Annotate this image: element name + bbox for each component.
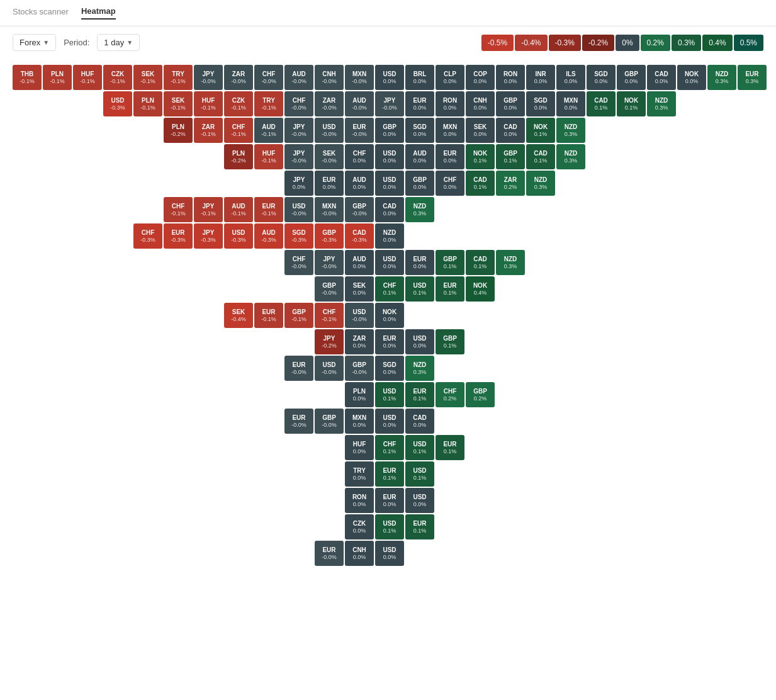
cell-usd-r10[interactable]: USD-0.0% [345, 303, 374, 328]
cell-czk-r18[interactable]: CZK0.0% [345, 514, 374, 539]
cell-ils[interactable]: ILS0.0% [556, 65, 585, 90]
cell-eur-r3[interactable]: EUR-0.0% [345, 118, 374, 143]
cell-nzd-r8[interactable]: NZD0.3% [496, 250, 525, 275]
cell-usd[interactable]: USD0.0% [375, 65, 404, 90]
cell-eur-r2[interactable]: EUR0.0% [405, 91, 434, 116]
cell-eur-r7[interactable]: EUR-0.3% [164, 223, 193, 249]
cell-pln-r4[interactable]: PLN-0.2% [224, 144, 253, 169]
cell-mxn[interactable]: MXN-0.0% [345, 65, 374, 90]
cell-chf-r5[interactable]: CHF0.0% [436, 171, 464, 196]
cell-gbp-r13[interactable]: GBP0.2% [466, 382, 495, 407]
cell-jpy-r11[interactable]: JPY-0.2% [315, 329, 344, 354]
cell-usd-r15[interactable]: USD0.1% [405, 435, 434, 460]
cell-jpy[interactable]: JPY-0.0% [194, 65, 223, 90]
cell-czk-r2[interactable]: CZK-0.1% [224, 91, 253, 116]
cell-eur-r9[interactable]: EUR0.1% [436, 276, 464, 302]
cell-aud-r8[interactable]: AUD0.0% [345, 250, 374, 275]
cell-jpy-r7[interactable]: JPY-0.3% [194, 223, 223, 249]
cell-eur-r17[interactable]: EUR0.0% [375, 488, 404, 513]
cell-chf-r10[interactable]: CHF-0.1% [315, 303, 344, 328]
cell-gbp-r6[interactable]: GBP-0.0% [345, 197, 374, 222]
cell-usd-r19[interactable]: USD0.0% [375, 541, 404, 566]
cell-sek-r10[interactable]: SEK-0.4% [224, 303, 253, 328]
cell-zar-r5[interactable]: ZAR0.2% [496, 171, 525, 196]
cell-chf-r2[interactable]: CHF-0.0% [284, 91, 313, 116]
cell-eur[interactable]: EUR0.3% [738, 65, 767, 90]
cell-nok-r2[interactable]: NOK0.1% [617, 91, 646, 116]
cell-czk[interactable]: CZK-0.1% [103, 65, 132, 90]
cell-aud-r7[interactable]: AUD-0.3% [254, 223, 283, 249]
cell-brl[interactable]: BRL0.0% [405, 65, 434, 90]
cell-sgd-r7[interactable]: SGD-0.3% [284, 223, 313, 249]
cell-sek[interactable]: SEK-0.1% [133, 65, 162, 90]
cell-usd-r6[interactable]: USD-0.0% [284, 197, 313, 222]
cell-pln-r13[interactable]: PLN0.0% [345, 382, 374, 407]
cell-eur-r6[interactable]: EUR-0.1% [254, 197, 283, 222]
cell-huf-r15[interactable]: HUF0.0% [345, 435, 374, 460]
cell-usd-r9[interactable]: USD0.1% [405, 276, 434, 302]
cell-zar-r2[interactable]: ZAR-0.0% [315, 91, 344, 116]
cell-aud[interactable]: AUD-0.0% [284, 65, 313, 90]
cell-cad[interactable]: CAD0.0% [647, 65, 676, 90]
cell-nzd-r3[interactable]: NZD0.3% [556, 118, 585, 143]
cell-nok-r4[interactable]: NOK0.1% [466, 144, 495, 169]
cell-eur-r11[interactable]: EUR0.0% [375, 329, 404, 354]
cell-usd-r16[interactable]: USD0.1% [405, 461, 434, 487]
cell-nzd-r5[interactable]: NZD0.3% [526, 171, 555, 196]
cell-eur-r14[interactable]: EUR-0.0% [284, 409, 313, 434]
cell-jpy-r3[interactable]: JPY-0.0% [284, 118, 313, 143]
cell-eur-r16[interactable]: EUR0.1% [375, 461, 404, 487]
cell-mxn-r3[interactable]: MXN0.0% [436, 118, 464, 143]
cell-nzd-r7[interactable]: NZD0.0% [375, 223, 404, 249]
cell-sgd-r3[interactable]: SGD0.0% [405, 118, 434, 143]
cell-cnh[interactable]: CNH-0.0% [315, 65, 344, 90]
cell-sek-r3[interactable]: SEK0.0% [466, 118, 495, 143]
market-dropdown[interactable]: Forex ▼ [13, 34, 56, 51]
cell-cad-r6[interactable]: CAD0.0% [375, 197, 404, 222]
cell-ron-r17[interactable]: RON0.0% [345, 488, 374, 513]
cell-zar-r11[interactable]: ZAR0.0% [345, 329, 374, 354]
cell-gbp-r11[interactable]: GBP0.1% [436, 329, 464, 354]
cell-nzd-r2[interactable]: NZD0.3% [647, 91, 676, 116]
cell-sgd[interactable]: SGD0.0% [587, 65, 616, 90]
cell-huf-r4[interactable]: HUF-0.1% [254, 144, 283, 169]
cell-try-r16[interactable]: TRY0.0% [345, 461, 374, 487]
cell-ron[interactable]: RON0.0% [496, 65, 525, 90]
cell-cnh-r2[interactable]: CNH0.0% [466, 91, 495, 116]
cell-eur-r5[interactable]: EUR0.0% [315, 171, 344, 196]
cell-cad-r8[interactable]: CAD0.1% [466, 250, 495, 275]
cell-jpy-r4[interactable]: JPY-0.0% [284, 144, 313, 169]
cell-usd-r3[interactable]: USD-0.0% [315, 118, 344, 143]
cell-thb[interactable]: THB-0.1% [13, 65, 42, 90]
cell-usd-r17[interactable]: USD0.0% [405, 488, 434, 513]
cell-eur-r18[interactable]: EUR0.1% [405, 514, 434, 539]
cell-chf-r7[interactable]: CHF-0.3% [133, 223, 162, 249]
cell-usd-r8[interactable]: USD0.0% [375, 250, 404, 275]
cell-sek-r2[interactable]: SEK-0.1% [164, 91, 193, 116]
cell-pln-r3[interactable]: PLN-0.2% [164, 118, 193, 143]
cell-try-r2[interactable]: TRY-0.1% [254, 91, 283, 116]
cell-jpy-r6[interactable]: JPY-0.1% [194, 197, 223, 222]
cell-huf[interactable]: HUF-0.1% [73, 65, 102, 90]
period-dropdown[interactable]: 1 day ▼ [97, 34, 140, 51]
cell-gbp[interactable]: GBP0.0% [617, 65, 646, 90]
cell-inr[interactable]: INR0.0% [526, 65, 555, 90]
cell-nok-r9[interactable]: NOK0.4% [466, 276, 495, 302]
cell-jpy-r5[interactable]: JPY0.0% [284, 171, 313, 196]
cell-gbp-r8[interactable]: GBP0.1% [436, 250, 464, 275]
cell-gbp-r3[interactable]: GBP0.0% [375, 118, 404, 143]
cell-usd-r14[interactable]: USD0.0% [375, 409, 404, 434]
cell-gbp-r2[interactable]: GBP0.0% [496, 91, 525, 116]
cell-aud-r2[interactable]: AUD-0.0% [345, 91, 374, 116]
cell-nzd-r6[interactable]: NZD0.3% [405, 197, 434, 222]
cell-sek-r9[interactable]: SEK0.0% [345, 276, 374, 302]
cell-usd-r4[interactable]: USD0.0% [375, 144, 404, 169]
cell-cop[interactable]: COP0.0% [466, 65, 495, 90]
cell-cad-r3[interactable]: CAD0.0% [496, 118, 525, 143]
cell-nok-r10[interactable]: NOK0.0% [375, 303, 404, 328]
cell-nzd-r12[interactable]: NZD0.3% [405, 356, 434, 381]
cell-eur-r15[interactable]: EUR0.1% [436, 435, 464, 460]
cell-cad-r5[interactable]: CAD0.1% [466, 171, 495, 196]
cell-gbp-r9[interactable]: GBP-0.0% [315, 276, 344, 302]
heatmap-tab[interactable]: Heatmap [81, 6, 116, 20]
